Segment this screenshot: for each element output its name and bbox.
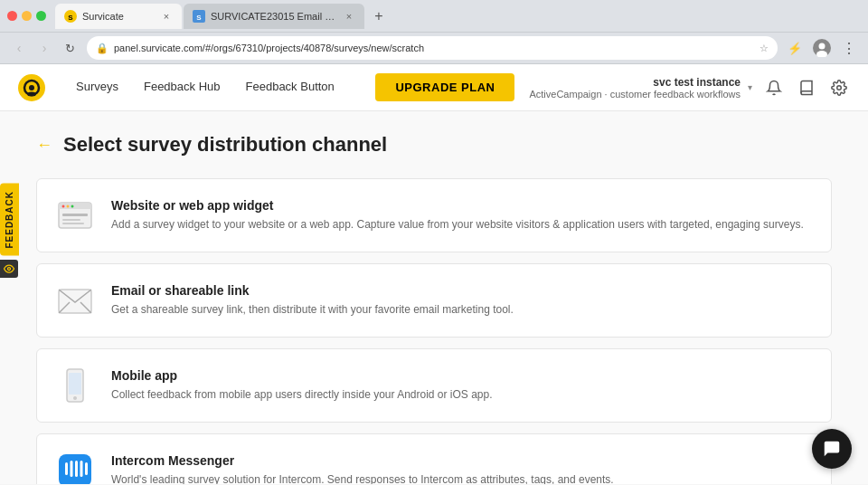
main-content: FEEDBACK ← Select survey distribution ch… xyxy=(0,111,868,484)
dot-red[interactable] xyxy=(7,11,17,21)
channel-cards: Website or web app widget Add a survey w… xyxy=(36,178,832,484)
lock-icon: 🔒 xyxy=(96,43,108,54)
website-icon xyxy=(55,195,95,235)
account-info: svc test instance ActiveCampaign · custo… xyxy=(529,76,741,100)
new-tab-button[interactable]: + xyxy=(366,4,392,29)
address-bar[interactable]: 🔒 panel.survicate.com/#/orgs/67310/proje… xyxy=(87,36,778,60)
svg-point-11 xyxy=(837,85,842,90)
intercom-card-text: Intercom Messenger World's leading surve… xyxy=(111,453,614,484)
tab-1[interactable]: S Survicate × xyxy=(55,4,182,29)
mobile-card-desc: Collect feedback from mobile app users d… xyxy=(111,386,493,403)
menu-icon[interactable]: ⋮ xyxy=(837,36,861,60)
tab-2-favicon: S xyxy=(193,10,205,23)
account-chevron-icon: ▾ xyxy=(748,82,752,92)
email-icon xyxy=(55,281,95,320)
top-nav-icons xyxy=(760,73,854,102)
intercom-card-title: Intercom Messenger xyxy=(111,453,614,468)
top-nav: Surveys Feedback Hub Feedback Button UPG… xyxy=(0,64,868,111)
gear-icon-button[interactable] xyxy=(825,73,854,102)
feedback-eye-icon[interactable] xyxy=(0,260,18,278)
svg-point-10 xyxy=(27,91,36,96)
dot-yellow[interactable] xyxy=(22,11,32,21)
channel-card-mobile[interactable]: Mobile app Collect feedback from mobile … xyxy=(36,348,832,423)
browser-actions: ⚡ ⋮ xyxy=(783,36,861,60)
svg-point-12 xyxy=(8,267,11,270)
tab-bar: S Survicate × S SURVICATE23015 Email Mar… xyxy=(55,4,861,29)
website-card-title: Website or web app widget xyxy=(111,198,804,213)
svg-rect-26 xyxy=(69,373,81,395)
svg-point-5 xyxy=(819,43,826,50)
svg-point-18 xyxy=(71,205,74,208)
tab-2-title: SURVICATE23015 Email Marke... xyxy=(211,11,337,22)
nav-link-feedback-button[interactable]: Feedback Button xyxy=(233,64,347,111)
svg-rect-20 xyxy=(62,219,80,221)
svg-text:S: S xyxy=(68,13,73,21)
email-card-text: Email or shareable link Get a shareable … xyxy=(111,283,514,318)
account-subtitle: ActiveCampaign · customer feedback workf… xyxy=(529,89,741,100)
extensions-icon[interactable]: ⚡ xyxy=(783,36,807,60)
tab-2[interactable]: S SURVICATE23015 Email Marke... × xyxy=(184,4,364,29)
svg-point-9 xyxy=(29,85,34,90)
page-title: Select survey distribution channel xyxy=(63,133,387,157)
svg-rect-31 xyxy=(75,461,78,477)
email-card-desc: Get a shareable survey link, then distri… xyxy=(111,301,514,318)
nav-link-surveys[interactable]: Surveys xyxy=(63,64,131,111)
mobile-card-text: Mobile app Collect feedback from mobile … xyxy=(111,368,493,403)
reload-button[interactable]: ↻ xyxy=(58,36,81,60)
account-section[interactable]: svc test instance ActiveCampaign · custo… xyxy=(529,76,752,100)
svg-rect-33 xyxy=(85,462,88,475)
page-header: ← Select survey distribution channel xyxy=(36,133,832,157)
channel-card-email[interactable]: Email or shareable link Get a shareable … xyxy=(36,263,832,338)
nav-links: Surveys Feedback Hub Feedback Button xyxy=(63,64,375,111)
svg-rect-30 xyxy=(71,461,73,477)
svg-point-16 xyxy=(62,205,65,208)
svg-text:S: S xyxy=(196,13,202,21)
svg-rect-32 xyxy=(80,461,83,477)
feedback-label-tab[interactable]: FEEDBACK xyxy=(0,184,19,256)
dot-green[interactable] xyxy=(36,11,46,21)
channel-card-intercom[interactable]: Intercom Messenger World's leading surve… xyxy=(36,433,832,484)
channel-card-website[interactable]: Website or web app widget Add a survey w… xyxy=(36,178,832,252)
browser-chrome: S Survicate × S SURVICATE23015 Email Mar… xyxy=(0,0,868,33)
address-bar-row: ‹ › ↻ 🔒 panel.survicate.com/#/orgs/67310… xyxy=(0,33,868,64)
svg-rect-19 xyxy=(62,214,88,216)
tab-1-title: Survicate xyxy=(82,11,155,22)
mobile-card-title: Mobile app xyxy=(111,368,493,383)
intercom-icon xyxy=(55,451,95,484)
bell-icon-button[interactable] xyxy=(760,73,788,102)
svg-point-17 xyxy=(67,205,70,208)
address-text: panel.survicate.com/#/orgs/67310/project… xyxy=(114,43,754,53)
back-button[interactable]: ‹ xyxy=(7,36,31,60)
app-wrapper: Surveys Feedback Hub Feedback Button UPG… xyxy=(0,64,868,484)
profile-icon[interactable] xyxy=(810,36,834,60)
book-icon-button[interactable] xyxy=(792,73,821,102)
tab-2-close[interactable]: × xyxy=(343,10,355,23)
svg-rect-21 xyxy=(62,223,84,224)
feedback-side-widget: FEEDBACK xyxy=(0,184,19,278)
tab-1-close[interactable]: × xyxy=(160,10,173,23)
svg-rect-29 xyxy=(65,462,68,475)
nav-buttons: ‹ › ↻ xyxy=(7,36,81,60)
back-arrow-button[interactable]: ← xyxy=(36,136,52,155)
email-card-title: Email or shareable link xyxy=(111,283,514,298)
chat-bubble[interactable] xyxy=(812,429,852,469)
bookmark-icon[interactable]: ☆ xyxy=(760,43,769,54)
mobile-icon xyxy=(55,366,95,405)
upgrade-plan-button[interactable]: UPGRADE PLAN xyxy=(375,73,514,101)
forward-button[interactable]: › xyxy=(33,36,56,60)
svg-point-27 xyxy=(73,396,77,400)
nav-link-feedback-hub[interactable]: Feedback Hub xyxy=(131,64,233,111)
intercom-card-desc: World's leading survey solution for Inte… xyxy=(111,471,614,484)
tab-1-favicon: S xyxy=(64,10,77,23)
website-card-desc: Add a survey widget to your website or a… xyxy=(111,216,804,233)
account-name: svc test instance xyxy=(529,76,741,89)
logo[interactable] xyxy=(14,71,49,105)
website-card-text: Website or web app widget Add a survey w… xyxy=(111,198,804,233)
browser-dots xyxy=(7,11,46,21)
